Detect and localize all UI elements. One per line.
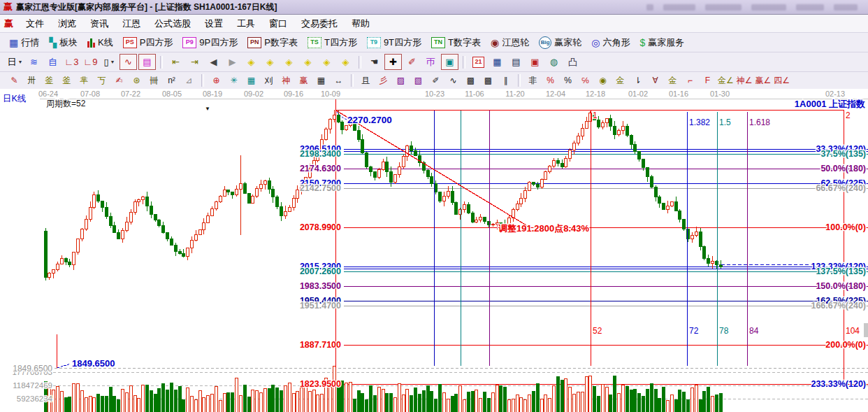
- tool-gold-square-1[interactable]: 釜: [41, 73, 57, 88]
- tool-overlay-3[interactable]: ∟3: [63, 54, 80, 70]
- tool-last-page[interactable]: ⇥: [186, 54, 203, 70]
- toolbar-button-9p-square[interactable]: P99P四方形: [178, 36, 243, 49]
- tool-gann-diamond-all[interactable]: ◈: [337, 54, 354, 70]
- document-icon[interactable]: 赢: [4, 17, 13, 30]
- tool-calendar[interactable]: 21: [470, 54, 487, 70]
- tool-gold-circle[interactable]: ◉: [595, 73, 611, 88]
- tool-ruler-tool[interactable]: 帀: [422, 54, 440, 70]
- tool-save[interactable]: ▣: [526, 54, 544, 70]
- tool-win-angle[interactable]: 赢∠: [755, 73, 772, 88]
- tool-ray-fan[interactable]: 彡: [375, 73, 391, 88]
- tool-web[interactable]: ◍: [545, 54, 563, 70]
- tool-pattern-tool[interactable]: ▣: [441, 54, 458, 70]
- tool-fibo-grid[interactable]: 芈: [76, 73, 92, 88]
- menu-item-3[interactable]: 江恩: [115, 16, 147, 31]
- menu-item-6[interactable]: 工具: [230, 16, 262, 31]
- tool-first-page[interactable]: ⇤: [167, 54, 185, 70]
- toolbar-button-9t-square[interactable]: T99T四方形: [362, 36, 426, 49]
- tool-gann-diamond-right[interactable]: ◈: [261, 54, 279, 70]
- tool-mark-quotes[interactable]: 刈: [261, 73, 277, 88]
- tool-four-angle[interactable]: 四∠: [773, 73, 790, 88]
- gann-lines-icon: 卅: [28, 76, 36, 85]
- toolbar-button-p-table[interactable]: PNP数字表: [243, 36, 303, 49]
- tool-pct[interactable]: %: [560, 73, 576, 88]
- menu-item-4[interactable]: 公式选股: [147, 16, 198, 31]
- tool-calculator[interactable]: ▦: [489, 54, 506, 70]
- tool-j-angle[interactable]: ⌐: [682, 73, 698, 88]
- tool-pen[interactable]: ✎: [6, 73, 22, 88]
- tool-grid-a[interactable]: ▩: [463, 73, 479, 88]
- tool-pen-ruler[interactable]: ✍: [111, 73, 127, 88]
- tool-hand-tool[interactable]: ☚: [366, 54, 383, 70]
- tool-web-diamond[interactable]: ✳: [226, 73, 242, 88]
- tool-notes[interactable]: ▤: [507, 54, 525, 70]
- tool-spiral[interactable]: 丂: [94, 73, 110, 88]
- tool-pct-drop[interactable]: %: [542, 73, 558, 88]
- menu-item-0[interactable]: 文件: [19, 16, 51, 31]
- tool-span-arrows[interactable]: ↔: [331, 73, 347, 88]
- scrollbar-thumb[interactable]: [864, 323, 868, 337]
- toolbar-button-p-square[interactable]: PSP四方形: [118, 36, 178, 49]
- tool-gold-square-2[interactable]: 釜: [59, 73, 75, 88]
- tool-angle-mirror[interactable]: ⊿: [181, 73, 197, 88]
- tool-web-square[interactable]: ▦: [243, 73, 259, 88]
- tool-next-bar[interactable]: ▶: [224, 54, 241, 70]
- toolbar-button-sectors[interactable]: ▚板块: [44, 36, 82, 49]
- tool-overlay-9[interactable]: ∟9: [82, 54, 99, 70]
- tool-prev-bar[interactable]: ◀: [205, 54, 222, 70]
- tool-gann-lines[interactable]: 卅: [24, 73, 40, 88]
- tool-gold-angle[interactable]: 金∠: [717, 73, 735, 88]
- tool-pct-line[interactable]: ℅: [577, 73, 593, 88]
- tool-dist-frame[interactable]: 且: [358, 73, 374, 88]
- tool-profile-histogram[interactable]: ▤: [138, 54, 156, 70]
- tool-info-panel[interactable]: 自: [44, 54, 62, 70]
- menu-item-2[interactable]: 资讯: [83, 16, 115, 31]
- tool-crosshair-tool[interactable]: ✚: [384, 54, 402, 70]
- tool-f-angle[interactable]: F: [700, 73, 716, 88]
- tool-vol-dist[interactable]: 非: [525, 73, 541, 88]
- tool-wave-lines[interactable]: ∿: [445, 73, 461, 88]
- tool-pencil-line[interactable]: ✐: [428, 73, 444, 88]
- toolbar-button-winner-service[interactable]: $赢家服务: [635, 36, 689, 49]
- toolbar-button-gann-wheel[interactable]: ◉江恩轮: [486, 36, 534, 49]
- tool-slant-lines[interactable]: ∥: [498, 73, 514, 88]
- tool-gann-diamond-cross[interactable]: ◈: [280, 54, 298, 70]
- tool-gann-diamond-star[interactable]: ◈: [318, 54, 335, 70]
- tool-knife[interactable]: ⇂: [630, 73, 646, 88]
- tool-zigzag-red[interactable]: ∿: [120, 54, 137, 70]
- toolbar-button-t-table[interactable]: TNT数字表: [426, 36, 486, 49]
- toolbar-button-kline[interactable]: K线: [82, 36, 118, 49]
- tool-box-hatch-2[interactable]: ▧: [410, 73, 426, 88]
- toolbar-button-t-square[interactable]: TST四方形: [303, 36, 362, 49]
- toolbar-button-hexagon[interactable]: ◎六角形: [586, 36, 635, 49]
- tool-trend-wave[interactable]: ≋: [25, 54, 43, 70]
- tool-print[interactable]: 凸: [564, 54, 581, 70]
- tool-shen-grid[interactable]: 神: [278, 73, 294, 88]
- tool-period-day[interactable]: 日▼: [6, 54, 24, 70]
- tool-gann-diamond-x[interactable]: ◈: [299, 54, 317, 70]
- toolbar-button-quotes[interactable]: ▦行情: [4, 36, 44, 49]
- tool-box-hatch-1[interactable]: ▨: [393, 73, 409, 88]
- menu-item-1[interactable]: 浏览: [51, 16, 83, 31]
- tool-gann-diamond-left[interactable]: ◈: [243, 54, 260, 70]
- tool-n-square[interactable]: n²: [164, 73, 180, 88]
- menu-item-8[interactable]: 交易委托: [294, 16, 345, 31]
- tool-av-tool[interactable]: ∀: [647, 73, 663, 88]
- kline-chart-area[interactable]: 06-2407-0807-2208-0508-1909-0209-1610-09…: [0, 89, 868, 412]
- tool-line-tool[interactable]: ✐: [403, 54, 421, 70]
- menu-item-5[interactable]: 设置: [198, 16, 230, 31]
- tool-time-lines[interactable]: 卌: [146, 73, 162, 88]
- tool-grid-b[interactable]: ▩: [480, 73, 496, 88]
- menu-item-9[interactable]: 帮助: [345, 16, 377, 31]
- tool-gold-lines-2[interactable]: 金: [665, 73, 681, 88]
- volume-bar: [540, 399, 543, 412]
- tool-grid-123[interactable]: ▦: [313, 73, 329, 88]
- tool-shen-angle[interactable]: 神∠: [736, 73, 753, 88]
- tool-gold-line[interactable]: 金: [612, 73, 628, 88]
- toolbar-button-winner-wheel[interactable]: Big赢家轮: [534, 36, 586, 49]
- tool-circle-degree[interactable]: ⊛: [129, 73, 145, 88]
- tool-target-circle[interactable]: ⊕: [208, 73, 224, 88]
- menu-item-7[interactable]: 窗口: [262, 16, 294, 31]
- tool-candle-style[interactable]: ▯▼: [101, 54, 118, 70]
- tool-win-grid[interactable]: 赢: [296, 73, 312, 88]
